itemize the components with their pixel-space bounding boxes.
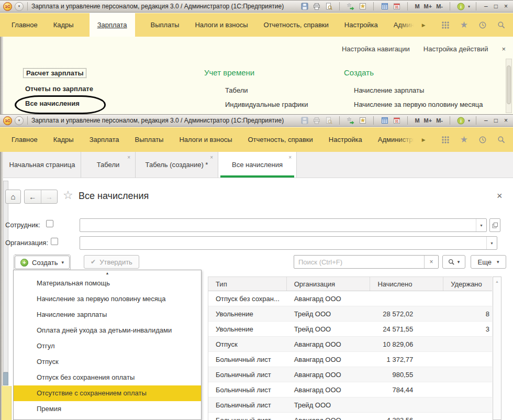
history-icon[interactable] [478, 136, 487, 144]
tab-tabel-sozdanie[interactable]: Табель (создание) *× [136, 152, 218, 178]
menu-item-zarplata-active[interactable]: Зарплата [90, 13, 135, 37]
menu-item-materialnaya-pomosch[interactable]: Материальная помощь [14, 275, 201, 291]
calculator-icon[interactable] [380, 2, 389, 11]
menu-item-otpusk[interactable]: Отпуск [14, 354, 201, 370]
menu-scroll-up-icon[interactable]: ▲ [14, 270, 201, 275]
calendar-icon[interactable]: 31 [392, 116, 402, 125]
table-row[interactable]: Отпуск без сохран...Авангард ООО [208, 291, 492, 306]
close-panel-icon[interactable]: × [501, 45, 506, 53]
clear-search-icon[interactable]: × [424, 256, 438, 268]
nav-settings-link[interactable]: Настройка навигации [342, 45, 410, 53]
menu-overflow-chevron-icon[interactable]: ▶ [422, 23, 426, 28]
nav-item-nachislenie-zarplaty[interactable]: Начисление зарплаты [354, 86, 424, 94]
memory-m-button[interactable]: M [414, 117, 420, 124]
menu-item-nastroyka[interactable]: Настройка [344, 21, 378, 29]
close-tab-icon[interactable]: × [288, 154, 292, 160]
table-row[interactable]: Больничный листАвангард ООО4 383,56 [208, 413, 492, 420]
menu-item-otpusk-bez-sohraneniya[interactable]: Отпуск без сохранения оплаты [14, 370, 201, 385]
menu-item-nachislenie-zarplaty[interactable]: Начисление зарплаты [14, 307, 201, 323]
column-header-accrued[interactable]: Начислено [370, 277, 443, 291]
search-icon[interactable] [497, 136, 506, 144]
back-button[interactable]: ← [25, 193, 41, 201]
combo-caret-icon[interactable]: ▼ [486, 237, 497, 249]
menu-item-vyplaty[interactable]: Выплаты [135, 136, 164, 143]
menu-item-kadry[interactable]: Кадры [53, 136, 74, 143]
tab-tabeli[interactable]: Табели× [81, 152, 136, 178]
nav-item-nachislenie-za-pervuyu-polovinu[interactable]: Начисление за первую половину месяца [354, 101, 483, 108]
menu-item-otsutstvie-s-sohraneniem-highlighted[interactable]: Отсутствие с сохранением оплаты [14, 385, 201, 401]
maximize-button[interactable]: □ [492, 3, 500, 10]
menu-item-administrirovanie[interactable]: Администриров [394, 21, 416, 29]
calendar-icon[interactable]: 31 [392, 2, 402, 11]
menu-item-otgul[interactable]: Отгул [14, 338, 201, 354]
add-to-favorites-star-icon[interactable]: ☆ [63, 189, 73, 202]
nav-item-raschet-zarplaty[interactable]: Расчет зарплаты [23, 68, 86, 78]
main-menu-button[interactable]: ▾ [15, 116, 24, 125]
table-row[interactable]: УвольнениеТрейд ООО28 572,028 [208, 306, 492, 322]
table-row[interactable]: Больничный листАвангард ООО1 372,77 [208, 352, 492, 367]
all-functions-grid-icon[interactable] [441, 136, 450, 144]
menu-item-nalogi[interactable]: Налоги и взносы [195, 21, 248, 29]
favorites-icon[interactable] [358, 2, 367, 11]
menu-item-otchetnost[interactable]: Отчетность, справки [248, 136, 313, 143]
nav-item-individualnye-grafiki[interactable]: Индивидуальные графики [225, 101, 308, 108]
nav-item-tabeli[interactable]: Табели [225, 86, 248, 94]
tab-vse-nachisleniya-active[interactable]: Все начисления× [218, 152, 297, 178]
approve-button-disabled[interactable]: ✔ Утвердить [84, 255, 139, 269]
menu-item-premiya[interactable]: Премия [14, 401, 201, 417]
column-header-organization[interactable]: Организация [287, 277, 371, 291]
close-tab-icon[interactable]: × [210, 154, 213, 160]
create-button[interactable]: + Создать ▾ [15, 256, 70, 269]
action-settings-link[interactable]: Настройка действий [423, 45, 488, 53]
menu-item-nalogi[interactable]: Налоги и взносы [179, 136, 232, 143]
print-preview-icon[interactable] [324, 116, 333, 125]
menu-item-glavnoe[interactable]: Главное [12, 21, 38, 29]
window1-scrollbar[interactable] [506, 59, 512, 113]
organization-checkbox[interactable] [51, 238, 58, 245]
memory-m-minus-button[interactable]: M- [435, 3, 444, 9]
calculator-icon[interactable] [380, 116, 389, 125]
more-button[interactable]: Еще ▾ [471, 255, 506, 269]
column-header-type[interactable]: Тип [208, 277, 287, 291]
table-row[interactable]: ОтпускАвангард ООО10 829,06 [208, 337, 492, 352]
combo-caret-icon[interactable]: ▼ [476, 219, 486, 231]
organization-input[interactable]: ▼ [80, 236, 497, 250]
info-caret-icon[interactable]: ▾ [468, 118, 470, 123]
all-functions-grid-icon[interactable] [441, 21, 450, 29]
employee-input[interactable]: ▼ [80, 218, 487, 232]
menu-item-administrirovanie[interactable]: Администриров [378, 136, 416, 143]
menu-item-glavnoe[interactable]: Главное [12, 136, 38, 143]
minimize-button[interactable]: – [482, 117, 490, 124]
favorites-icon[interactable] [358, 116, 367, 125]
table-row[interactable]: Больничный листАвангард ООО784,44 [208, 382, 492, 397]
table-row[interactable]: Больничный листТрейд ООО [208, 397, 492, 413]
search-input[interactable] [294, 256, 424, 268]
save-icon[interactable] [299, 116, 309, 125]
left-scrollbar-thumb[interactable] [3, 372, 8, 385]
menu-item-oplata-dney-uhoda[interactable]: Оплата дней ухода за детьми-инвалидами [14, 323, 201, 338]
close-window-button[interactable]: × [502, 117, 510, 124]
menu-item-otchetnost[interactable]: Отчетность, справки [264, 21, 329, 29]
nav-item-otchety-po-zarplate[interactable]: Отчеты по зарплате [25, 85, 93, 93]
menu-item-vyplaty[interactable]: Выплаты [151, 21, 180, 29]
go-to-link-icon[interactable] [345, 116, 355, 125]
menu-overflow-chevron-icon[interactable]: ▶ [422, 137, 426, 142]
caret-down-icon[interactable]: ▾ [61, 260, 64, 265]
go-to-link-icon[interactable] [345, 2, 355, 11]
close-form-icon[interactable]: × [497, 191, 503, 202]
print-icon[interactable] [311, 2, 321, 11]
print-icon[interactable] [311, 116, 321, 125]
maximize-button[interactable]: □ [492, 117, 500, 124]
print-preview-icon[interactable] [324, 2, 333, 11]
forward-button[interactable]: → [41, 193, 58, 201]
menu-item-kadry[interactable]: Кадры [53, 21, 74, 29]
employee-choose-list-button[interactable] [489, 218, 500, 232]
employee-checkbox[interactable] [46, 220, 53, 227]
info-icon[interactable]: i [456, 2, 466, 11]
menu-item-nachislenie-za-pervuyu-polovinu[interactable]: Начисление за первую половину месяца [14, 291, 201, 307]
memory-m-plus-button[interactable]: M+ [423, 117, 433, 124]
search-icon[interactable] [497, 21, 506, 29]
favorites-star-icon[interactable]: ★ [460, 19, 468, 30]
table-scrollbar[interactable]: ▲ [493, 277, 501, 420]
menu-item-nastroyka[interactable]: Настройка [329, 136, 362, 143]
